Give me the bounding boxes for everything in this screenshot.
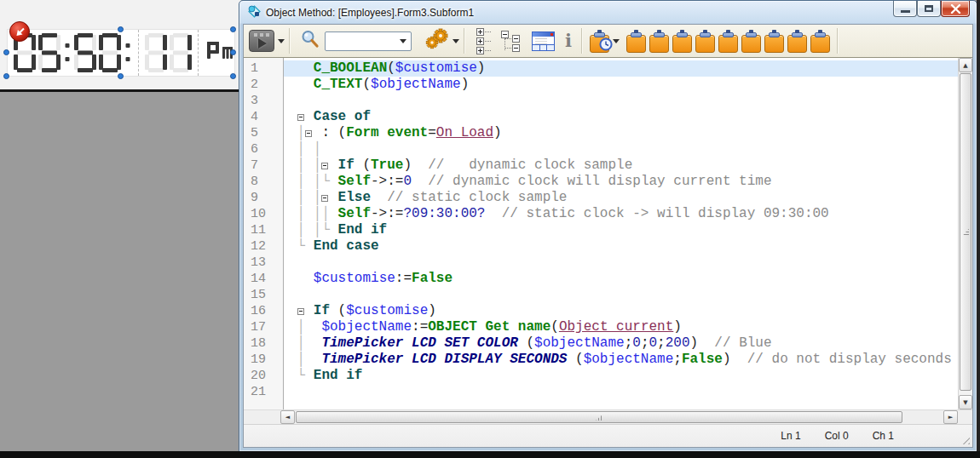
execute-method-button[interactable] (244, 30, 285, 52)
lcd-clock-widget[interactable] (7, 29, 235, 77)
clipboard-button-6[interactable] (741, 30, 761, 53)
line-number: 4 (244, 109, 284, 125)
line-number: 11 (244, 222, 284, 238)
clipboard-history-button[interactable] (590, 30, 620, 53)
lcd-digit (38, 33, 61, 72)
code-line[interactable]: 11 │ │└ End if (244, 222, 958, 238)
code-line[interactable]: 3 (244, 93, 958, 109)
close-button[interactable] (941, 1, 970, 17)
h-scroll-thumb[interactable] (296, 411, 902, 423)
resize-grip[interactable] (960, 434, 970, 444)
clipboard-button-4[interactable] (695, 30, 715, 53)
code-line[interactable]: 19 │ TimePicker LCD DISPLAY SECONDS ($ob… (244, 352, 958, 368)
clipboard-button-9[interactable] (810, 30, 830, 53)
expand-tree-icon (476, 28, 484, 36)
selection-handle[interactable] (118, 73, 124, 79)
expand-all-button[interactable] (476, 28, 491, 54)
code-line[interactable]: 18 │ TimePicker LCD SET COLOR ($objectNa… (244, 335, 958, 352)
information-button[interactable]: i (565, 31, 572, 51)
clipboard-button-8[interactable] (787, 30, 807, 53)
line-number: 12 (244, 238, 284, 255)
line-number: 20 (244, 368, 284, 384)
code-line[interactable]: 1 C_BOOLEAN($customise) (244, 60, 958, 77)
code-line[interactable]: 2 C_TEXT($objectName) (244, 77, 958, 93)
selection-handle[interactable] (3, 73, 9, 79)
code-line[interactable]: 7 │ │ If (True) // dynamic clock sample (244, 157, 958, 174)
form-editor-panel (0, 0, 241, 89)
selection-handle[interactable] (3, 49, 9, 55)
method-badge-icon[interactable] (9, 20, 31, 43)
clipboard-button-5[interactable] (718, 30, 738, 53)
lcd-display (14, 30, 235, 76)
lcd-section-divider (198, 30, 199, 76)
scroll-down-button[interactable]: ▼ (959, 395, 972, 409)
selection-handle[interactable] (230, 73, 236, 79)
clipboard-clock-icon (590, 30, 609, 53)
combo-dropdown-arrow[interactable] (400, 39, 406, 43)
lcd-colon (124, 33, 132, 72)
title-bar[interactable]: Object Method: [Employees].Form3.Subform… (239, 1, 977, 24)
object-method-window: Object Method: [Employees].Form3.Subform… (239, 0, 977, 452)
code-line[interactable]: 6 │ │ (244, 141, 958, 157)
method-options-button[interactable] (424, 28, 459, 54)
status-character: Ch 1 (873, 430, 894, 442)
code-line[interactable]: 13 (244, 255, 958, 271)
code-line[interactable]: 20 └ End if (244, 368, 958, 384)
code-line[interactable]: 4 Case of (244, 109, 958, 125)
clipboard-button-7[interactable] (764, 30, 784, 53)
line-number: 2 (244, 77, 284, 93)
magnifier-icon (300, 29, 320, 53)
code-line[interactable]: 16 If ($customise) (244, 303, 958, 319)
execute-dropdown-arrow[interactable] (278, 39, 285, 43)
line-number: 14 (244, 271, 284, 287)
lcd-digit (74, 33, 96, 72)
screen-bottom-edge (0, 451, 980, 458)
h-scrollbar[interactable]: ◄ ► (244, 409, 972, 424)
window-content: i (243, 24, 973, 448)
scroll-corner (958, 410, 972, 424)
v-scroll-thumb[interactable] (960, 73, 971, 391)
line-number: 13 (244, 255, 284, 271)
scroll-right-button[interactable]: ► (943, 410, 958, 424)
search-combobox[interactable] (325, 31, 412, 51)
lcd-colon (63, 33, 72, 72)
clipboard-history-dropdown-arrow[interactable] (613, 39, 620, 43)
selection-handle[interactable] (230, 26, 236, 32)
code-lines: 1 C_BOOLEAN($customise)2 C_TEXT($objectN… (244, 60, 958, 400)
scroll-left-button[interactable]: ◄ (280, 410, 295, 424)
code-editor[interactable]: 1 C_BOOLEAN($customise)2 C_TEXT($objectN… (244, 58, 958, 409)
minimize-button[interactable] (893, 1, 917, 17)
line-number: 1 (244, 60, 284, 77)
code-line[interactable]: 14 $customise:=False (244, 271, 958, 287)
code-line[interactable]: 8 │ │└ Self->:=0 // dynamic clock will d… (244, 174, 958, 190)
v-scrollbar[interactable]: ▲ ▼ (958, 58, 972, 409)
clipboard-button-3[interactable] (672, 30, 692, 53)
code-line[interactable]: 21 (244, 384, 958, 400)
code-line[interactable]: 17 │ $objectName:=OBJECT Get name(Object… (244, 319, 958, 335)
window-title-icon (247, 4, 261, 21)
code-line[interactable]: 12 └ End case (244, 238, 958, 255)
screen-right-edge (977, 0, 980, 451)
maximize-icon (925, 5, 933, 12)
clipboard-button-2[interactable] (649, 30, 669, 53)
options-dropdown-arrow[interactable] (453, 39, 459, 43)
code-line[interactable]: 10 │ ││ Self->:=?09:30:00? // static clo… (244, 206, 958, 222)
line-number: 6 (244, 141, 284, 157)
selection-handle[interactable] (230, 49, 236, 55)
close-icon (950, 4, 961, 14)
line-number: 18 (244, 335, 284, 352)
line-number: 5 (244, 125, 284, 141)
macros-button[interactable] (532, 31, 555, 51)
code-line[interactable]: 5 │ : (Form event=On Load) (244, 125, 958, 141)
clipboard-row (626, 30, 830, 53)
collapse-all-button[interactable] (501, 30, 523, 52)
scroll-up-button[interactable]: ▲ (959, 58, 972, 72)
lcd-digit (99, 33, 121, 72)
code-line[interactable]: 15 (244, 287, 958, 303)
selection-handle[interactable] (118, 26, 124, 32)
maximize-button[interactable] (917, 1, 941, 17)
code-line[interactable]: 9 │ │ Else // static clock sample (244, 190, 958, 206)
line-number: 15 (244, 287, 284, 303)
clipboard-button-1[interactable] (626, 30, 646, 53)
line-number: 19 (244, 352, 284, 368)
